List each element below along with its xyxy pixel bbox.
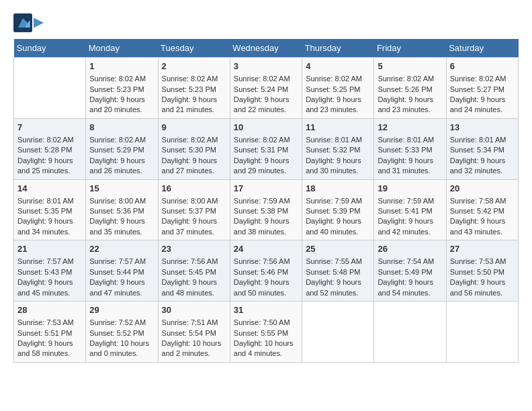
day-info: Daylight: 9 hours: [234, 156, 298, 166]
weekday-header: Tuesday: [158, 39, 230, 58]
day-info: Daylight: 9 hours: [378, 95, 442, 105]
day-info: and 40 minutes.: [306, 227, 370, 237]
day-number: 15: [89, 183, 154, 195]
day-info: and 47 minutes.: [89, 288, 154, 298]
day-info: Sunset: 5:33 PM: [378, 145, 442, 155]
day-info: and 2 minutes.: [162, 349, 226, 359]
day-info: Daylight: 10 hours: [162, 338, 226, 349]
day-info: Daylight: 9 hours: [450, 216, 515, 226]
day-info: Sunrise: 8:02 AM: [234, 135, 298, 145]
day-info: and 25 minutes.: [17, 166, 82, 176]
calendar-cell: 7Sunrise: 8:02 AMSunset: 5:28 PMDaylight…: [14, 118, 86, 179]
calendar-cell: 3Sunrise: 8:02 AMSunset: 5:24 PMDaylight…: [230, 58, 302, 119]
day-number: 7: [17, 122, 82, 134]
calendar-cell: 8Sunrise: 8:02 AMSunset: 5:29 PMDaylight…: [86, 118, 158, 179]
weekday-header: Sunday: [14, 39, 86, 58]
day-number: 6: [450, 60, 515, 73]
weekday-header: Wednesday: [230, 39, 302, 58]
day-info: and 45 minutes.: [17, 288, 82, 298]
calendar-cell: 28Sunrise: 7:53 AMSunset: 5:51 PMDayligh…: [14, 302, 86, 363]
day-number: 16: [162, 183, 226, 195]
day-info: Sunrise: 7:56 AM: [162, 257, 226, 267]
calendar-cell: 27Sunrise: 7:53 AMSunset: 5:50 PMDayligh…: [446, 240, 518, 302]
day-info: Sunrise: 8:02 AM: [162, 135, 226, 145]
day-info: Sunset: 5:46 PM: [234, 267, 298, 277]
calendar-cell: 19Sunrise: 7:59 AMSunset: 5:41 PMDayligh…: [374, 179, 446, 240]
day-info: Sunset: 5:42 PM: [450, 206, 515, 216]
calendar-cell: 26Sunrise: 7:54 AMSunset: 5:49 PMDayligh…: [374, 240, 446, 302]
day-number: 10: [234, 122, 298, 134]
day-info: Sunset: 5:38 PM: [234, 206, 298, 216]
day-number: 26: [378, 243, 442, 255]
day-info: Daylight: 9 hours: [89, 95, 154, 105]
day-info: Sunset: 5:41 PM: [378, 206, 442, 216]
weekday-header: Friday: [374, 39, 446, 58]
calendar-cell: 2Sunrise: 8:02 AMSunset: 5:23 PMDaylight…: [158, 58, 230, 119]
day-info: Daylight: 9 hours: [17, 156, 82, 166]
day-number: 4: [306, 60, 370, 73]
day-info: Daylight: 10 hours: [234, 338, 298, 349]
day-info: Daylight: 9 hours: [234, 95, 298, 105]
day-info: Sunrise: 7:57 AM: [17, 257, 82, 267]
calendar-cell: 25Sunrise: 7:55 AMSunset: 5:48 PMDayligh…: [302, 240, 374, 302]
day-info: Sunrise: 8:00 AM: [89, 196, 154, 206]
day-info: Sunset: 5:43 PM: [17, 267, 82, 277]
day-info: Sunrise: 8:02 AM: [378, 74, 442, 84]
calendar-cell: [302, 302, 374, 363]
day-info: Sunset: 5:31 PM: [234, 145, 298, 155]
day-info: Sunset: 5:23 PM: [89, 85, 154, 95]
day-number: 23: [162, 243, 226, 255]
day-number: 20: [450, 183, 515, 195]
day-info: Sunrise: 8:02 AM: [234, 74, 298, 84]
day-info: Sunrise: 7:50 AM: [234, 318, 298, 328]
calendar-cell: 21Sunrise: 7:57 AMSunset: 5:43 PMDayligh…: [14, 240, 86, 302]
calendar-cell: 29Sunrise: 7:52 AMSunset: 5:52 PMDayligh…: [86, 302, 158, 363]
day-info: Sunset: 5:23 PM: [162, 85, 226, 95]
calendar-cell: 30Sunrise: 7:51 AMSunset: 5:54 PMDayligh…: [158, 302, 230, 363]
day-info: Daylight: 9 hours: [450, 156, 515, 166]
calendar-cell: 16Sunrise: 8:00 AMSunset: 5:37 PMDayligh…: [158, 179, 230, 240]
day-info: Sunrise: 7:59 AM: [306, 196, 370, 206]
calendar-cell: 4Sunrise: 8:02 AMSunset: 5:25 PMDaylight…: [302, 58, 374, 119]
calendar-cell: 6Sunrise: 8:02 AMSunset: 5:27 PMDaylight…: [446, 58, 518, 119]
day-info: and 48 minutes.: [162, 288, 226, 298]
day-info: and 35 minutes.: [89, 227, 154, 237]
day-info: and 30 minutes.: [306, 166, 370, 176]
day-number: 11: [306, 122, 370, 134]
day-info: Sunset: 5:29 PM: [89, 145, 154, 155]
day-info: Sunset: 5:44 PM: [89, 267, 154, 277]
calendar-cell: [14, 58, 86, 119]
day-number: 27: [450, 243, 515, 255]
calendar-header: SundayMondayTuesdayWednesdayThursdayFrid…: [14, 39, 519, 58]
day-info: and 26 minutes.: [89, 166, 154, 176]
day-number: 24: [234, 243, 298, 255]
day-info: and 22 minutes.: [234, 105, 298, 115]
calendar-week: 21Sunrise: 7:57 AMSunset: 5:43 PMDayligh…: [14, 240, 519, 302]
calendar-cell: 9Sunrise: 8:02 AMSunset: 5:30 PMDaylight…: [158, 118, 230, 179]
calendar-week: 1Sunrise: 8:02 AMSunset: 5:23 PMDaylight…: [14, 58, 519, 119]
day-number: 12: [378, 122, 442, 134]
day-info: Sunrise: 7:57 AM: [89, 257, 154, 267]
day-info: and 54 minutes.: [378, 288, 442, 298]
day-number: 9: [162, 122, 226, 134]
day-info: Daylight: 9 hours: [378, 156, 442, 166]
weekday-header: Monday: [86, 39, 158, 58]
day-info: and 32 minutes.: [450, 166, 515, 176]
day-info: and 50 minutes.: [234, 288, 298, 298]
logo-icon: [13, 13, 32, 32]
day-number: 21: [17, 243, 82, 255]
calendar-cell: [446, 302, 518, 363]
day-info: Sunset: 5:45 PM: [162, 267, 226, 277]
day-info: Sunset: 5:28 PM: [17, 145, 82, 155]
day-number: 8: [89, 122, 154, 134]
day-number: 3: [234, 60, 298, 73]
day-info: Sunset: 5:32 PM: [306, 145, 370, 155]
day-info: Sunrise: 8:01 AM: [450, 135, 515, 145]
day-info: Sunset: 5:54 PM: [162, 328, 226, 338]
calendar-cell: 23Sunrise: 7:56 AMSunset: 5:45 PMDayligh…: [158, 240, 230, 302]
calendar-cell: 1Sunrise: 8:02 AMSunset: 5:23 PMDaylight…: [86, 58, 158, 119]
day-number: 14: [17, 183, 82, 195]
day-info: Sunrise: 7:59 AM: [378, 196, 442, 206]
day-info: Sunset: 5:27 PM: [450, 85, 515, 95]
day-number: 5: [378, 60, 442, 73]
